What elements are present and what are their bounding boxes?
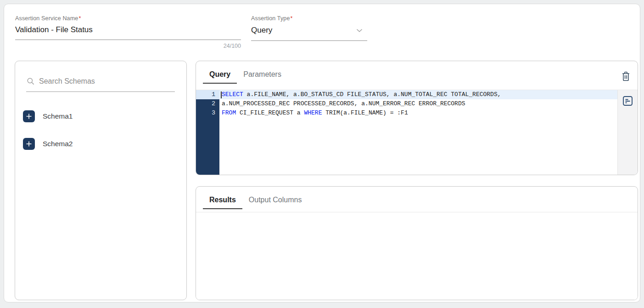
required-asterisk: *	[78, 15, 81, 22]
results-panel: Results Output Columns	[196, 186, 638, 300]
char-counter: 24/100	[15, 43, 241, 49]
tab-query[interactable]: Query	[203, 67, 237, 84]
line-number: 1	[196, 90, 219, 99]
line-number-gutter: 123	[196, 90, 219, 175]
search-icon	[26, 77, 35, 86]
plus-icon	[25, 140, 33, 148]
schema-list: Schema1Schema2	[15, 103, 186, 158]
sql-text: a.NUM_PROCESSED_REC PROCESSED_RECORDS, a…	[222, 100, 465, 107]
assertion-type-value: Query	[251, 26, 272, 35]
sql-keyword: SELECT	[222, 91, 243, 98]
line-number: 3	[196, 108, 219, 118]
plus-icon	[25, 113, 33, 120]
schema-name: Schema2	[43, 140, 73, 148]
tab-parameters[interactable]: Parameters	[237, 67, 288, 84]
assertion-service-name-field: Assertion Service Name* 24/100	[15, 15, 241, 49]
results-panel-header: Results Output Columns	[196, 187, 638, 212]
results-empty-body	[196, 212, 638, 300]
schema-tree-item[interactable]: Schema1	[15, 103, 186, 130]
sql-text: a.FILE_NAME, a.BO_STATUS_CD FILE_STATUS,…	[243, 91, 501, 98]
line-number: 2	[196, 99, 219, 108]
text-caret	[221, 91, 222, 98]
sql-text: TRIM(a.FILE_NAME) = :F1	[322, 109, 408, 116]
expand-schema-button[interactable]	[23, 110, 35, 122]
code-area[interactable]: SELECT a.FILE_NAME, a.BO_STATUS_CD FILE_…	[219, 90, 617, 175]
format-lines-icon	[622, 95, 634, 107]
schema-name: Schema1	[43, 112, 73, 120]
editor-side-strip	[617, 90, 638, 175]
assertion-type-label: Assertion Type*	[251, 15, 367, 22]
schema-browser-panel: Schema1Schema2	[15, 61, 187, 300]
code-line: SELECT a.FILE_NAME, a.BO_STATUS_CD FILE_…	[219, 90, 617, 99]
query-panel: Query Parameters 123 SELECT a.FILE_NAME,…	[196, 61, 638, 175]
schema-search	[26, 77, 175, 92]
sql-text: CI_FILE_REQUEST a	[236, 109, 304, 116]
expand-schema-button[interactable]	[23, 138, 35, 150]
tab-output-columns[interactable]: Output Columns	[242, 193, 308, 209]
trash-icon	[621, 71, 631, 82]
required-asterisk: *	[291, 15, 293, 22]
delete-query-button[interactable]	[619, 70, 632, 83]
code-line: FROM CI_FILE_REQUEST a WHERE TRIM(a.FILE…	[219, 108, 617, 118]
chevron-down-icon	[354, 25, 364, 35]
assertion-type-select[interactable]: Query	[251, 22, 367, 41]
assertion-service-name-input[interactable]	[15, 22, 241, 40]
tab-results[interactable]: Results	[203, 193, 242, 209]
search-schemas-input[interactable]	[39, 77, 175, 86]
assertion-editor-card: Assertion Service Name* 24/100 Assertion…	[4, 4, 640, 302]
sql-editor: 123 SELECT a.FILE_NAME, a.BO_STATUS_CD F…	[196, 90, 638, 175]
query-panel-header: Query Parameters	[196, 61, 638, 90]
schema-tree-item[interactable]: Schema2	[15, 130, 186, 158]
sql-keyword: FROM	[222, 109, 236, 116]
assertion-service-name-label: Assertion Service Name*	[15, 15, 241, 22]
format-query-button[interactable]	[622, 94, 634, 107]
sql-keyword: WHERE	[304, 109, 322, 116]
assertion-type-field: Assertion Type* Query	[251, 15, 367, 41]
code-line: a.NUM_PROCESSED_REC PROCESSED_RECORDS, a…	[219, 99, 617, 108]
